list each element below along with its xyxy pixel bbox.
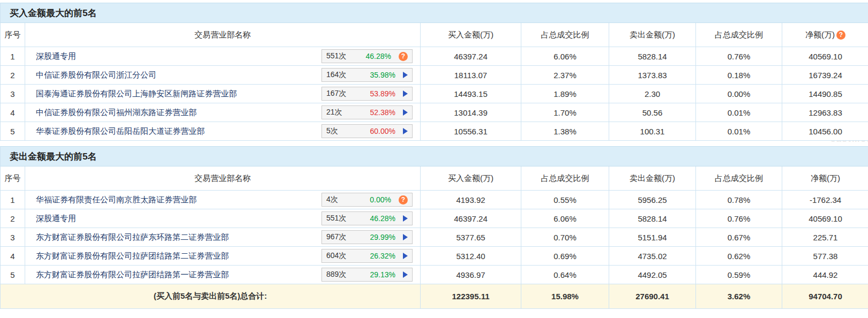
column-header-row: 序号 交易营业部名称 买入金额(万) 占总成交比例 卖出金额(万) 占总成交比例…: [1, 166, 868, 191]
summary-buy-total: 122395.11: [420, 284, 521, 308]
sell-amount-cell: 2.30: [609, 85, 695, 103]
table-row: 5 华泰证券股份有限公司岳阳岳阳大道证券营业部 5次60.00% 10556.3…: [1, 122, 868, 141]
rank-cell: 5: [1, 122, 25, 140]
buy-amount-cell: 46397.24: [420, 47, 521, 65]
expand-arrow-icon[interactable]: [403, 128, 408, 134]
section-title: 卖出金额最大的前5名: [1, 146, 868, 166]
col-header-sell: 卖出金额(万): [609, 166, 695, 190]
expand-arrow-icon[interactable]: [403, 215, 408, 222]
col-header-net: 净额(万)?: [782, 23, 868, 47]
win-rate: 52.38%: [370, 108, 395, 117]
branch-name: 华福证券有限责任公司南京胜太路证券营业部: [36, 195, 321, 205]
times-count: 5次: [326, 126, 338, 136]
col-header-sell-ratio: 占总成交比例: [695, 166, 782, 190]
table-row: 4 东方财富证券股份有限公司拉萨团结路第二证券营业部 604次26.32% 53…: [1, 247, 868, 266]
trade-detail-badge[interactable]: 167次53.89%: [321, 87, 413, 101]
col-header-buy: 买入金额(万): [420, 23, 521, 47]
buy-ratio-cell: 0.69%: [521, 247, 609, 265]
branch-name-cell: 中信证券股份有限公司浙江分公司 164次35.98%: [25, 66, 420, 84]
times-count: 551次: [326, 214, 346, 223]
expand-arrow-icon[interactable]: [403, 234, 408, 240]
net-amount-cell: 10456.00: [782, 122, 868, 140]
sell-amount-cell: 5151.94: [609, 228, 695, 246]
column-header-row: 序号 交易营业部名称 买入金额(万) 占总成交比例 卖出金额(万) 占总成交比例…: [1, 23, 868, 47]
sell-amount-cell: 5828.14: [609, 209, 695, 228]
trade-detail-badge[interactable]: 5次60.00%: [321, 124, 413, 138]
buy-amount-cell: 4936.97: [420, 266, 521, 284]
net-amount-cell: 16739.24: [782, 66, 868, 84]
trade-detail-badge[interactable]: 551次46.28%: [321, 211, 413, 225]
expand-arrow-icon[interactable]: [403, 90, 408, 97]
rank-cell: 2: [1, 209, 25, 228]
col-header-buy-ratio: 占总成交比例: [521, 23, 609, 47]
branch-name: 东方财富证券股份有限公司拉萨团结路第一证券营业部: [36, 270, 321, 280]
buy-amount-cell: 5312.40: [420, 247, 521, 265]
expand-arrow-icon[interactable]: [403, 253, 408, 259]
trade-detail-badge[interactable]: 889次29.13%: [321, 268, 413, 282]
trade-detail-badge[interactable]: 604次26.32%: [321, 249, 413, 263]
win-rate: 35.98%: [370, 71, 395, 79]
col-header-branch: 交易营业部名称: [25, 166, 420, 190]
trade-detail-badge[interactable]: 551次46.28%?: [321, 49, 413, 63]
col-header-sell: 卖出金额(万): [609, 23, 695, 47]
col-header-buy-ratio: 占总成交比例: [521, 166, 609, 190]
buy-amount-cell: 5377.65: [420, 228, 521, 246]
sell-ratio-cell: 0.78%: [695, 191, 782, 209]
summary-row: (买入前5名与卖出前5名)总合计: 122395.11 15.98% 27690…: [0, 284, 868, 309]
branch-name: 东方财富证券股份有限公司拉萨东环路第二证券营业部: [36, 232, 321, 243]
table-row: 2 中信证券股份有限公司浙江分公司 164次35.98% 18113.07 2.…: [1, 66, 868, 85]
times-count: 889次: [326, 270, 346, 279]
summary-buy-ratio-total: 15.98%: [521, 284, 609, 308]
sell-amount-cell: 5956.25: [609, 191, 695, 209]
sell-amount-cell: 4735.02: [609, 247, 695, 265]
net-amount-cell: 577.38: [782, 247, 868, 265]
win-rate: 26.32%: [370, 252, 395, 260]
trade-detail-badge[interactable]: 164次35.98%: [321, 68, 413, 82]
sell-amount-cell: 4492.05: [609, 266, 695, 284]
buy-amount-cell: 46397.24: [420, 209, 521, 228]
summary-sell-ratio-total: 3.62%: [695, 284, 782, 308]
net-amount-cell: 444.92: [782, 266, 868, 284]
trade-detail-badge[interactable]: 967次29.99%: [321, 230, 413, 244]
win-rate: 46.28%: [370, 214, 395, 223]
help-icon[interactable]: ?: [399, 195, 408, 205]
sell-amount-cell: 50.56: [609, 103, 695, 122]
win-rate: 29.13%: [370, 270, 395, 279]
summary-label: (买入前5名与卖出前5名)总合计:: [1, 284, 420, 308]
sell-ratio-cell: 0.18%: [695, 66, 782, 84]
sell-ratio-cell: 0.76%: [695, 209, 782, 228]
help-icon[interactable]: ?: [836, 31, 845, 40]
expand-arrow-icon[interactable]: [403, 72, 408, 78]
times-count: 167次: [326, 89, 346, 99]
col-header-net: 净额(万): [782, 166, 868, 190]
col-header-sell-ratio: 占总成交比例: [695, 23, 782, 47]
rank-cell: 5: [1, 266, 25, 284]
win-rate: 53.89%: [370, 89, 395, 98]
trade-detail-badge[interactable]: 4次0.00%?: [321, 193, 413, 207]
col-header-buy: 买入金额(万): [420, 166, 521, 190]
branch-name-cell: 东方财富证券股份有限公司拉萨东环路第二证券营业部 967次29.99%: [25, 228, 420, 246]
branch-name: 东方财富证券股份有限公司拉萨团结路第二证券营业部: [36, 251, 321, 261]
branch-name-cell: 国泰海通证券股份有限公司上海静安区新闸路证券营业部 167次53.89%: [25, 85, 420, 103]
table-row: 1 华福证券有限责任公司南京胜太路证券营业部 4次0.00%? 4193.92 …: [1, 191, 868, 209]
rank-cell: 4: [1, 247, 25, 265]
rank-cell: 3: [1, 85, 25, 103]
summary-net-total: 94704.70: [782, 284, 868, 308]
times-count: 604次: [326, 251, 346, 261]
table-row: 3 东方财富证券股份有限公司拉萨东环路第二证券营业部 967次29.99% 53…: [1, 228, 868, 247]
expand-arrow-icon[interactable]: [403, 109, 408, 116]
sell-ratio-cell: 0.00%: [695, 85, 782, 103]
buy-ratio-cell: 6.06%: [521, 209, 609, 228]
buy-ratio-cell: 2.37%: [521, 66, 609, 84]
branch-name: 国泰海通证券股份有限公司上海静安区新闸路证券营业部: [36, 89, 321, 99]
help-icon[interactable]: ?: [399, 52, 408, 61]
win-rate: 46.28%: [366, 52, 391, 60]
expand-arrow-icon[interactable]: [403, 271, 408, 278]
trade-detail-badge[interactable]: 21次52.38%: [321, 105, 413, 119]
table-row: 3 国泰海通证券股份有限公司上海静安区新闸路证券营业部 167次53.89% 1…: [1, 85, 868, 103]
sell-ratio-cell: 0.62%: [695, 247, 782, 265]
win-rate: 0.00%: [370, 195, 391, 204]
sell-amount-cell: 1373.83: [609, 66, 695, 84]
branch-name-cell: 中信证券股份有限公司福州湖东路证券营业部 21次52.38%: [25, 103, 420, 122]
rank-cell: 2: [1, 66, 25, 84]
